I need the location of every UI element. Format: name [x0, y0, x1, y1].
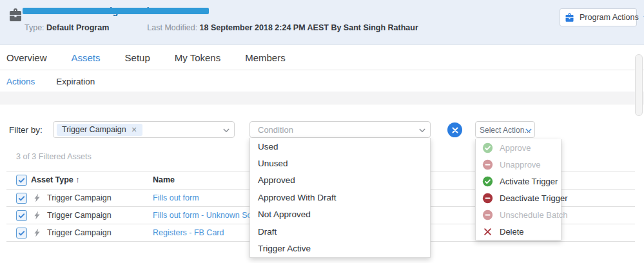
- tab-members[interactable]: Members: [245, 52, 286, 63]
- condition-option-approved-with-draft[interactable]: Approved With Draft: [250, 189, 430, 206]
- filter-tag-label: Trigger Campaign: [62, 125, 126, 134]
- condition-option-trigger-active[interactable]: Trigger Active: [250, 240, 430, 257]
- asset-name-link[interactable]: Fills out form: [153, 193, 199, 202]
- last-modified-label: Last Modified:: [147, 23, 197, 32]
- asset-type-cell: Trigger Campaign: [47, 211, 112, 220]
- asset-type-cell: Trigger Campaign: [47, 193, 112, 202]
- minus-circle-icon: [482, 193, 493, 204]
- program-assets-page: SAE AUS NXT Design LeadGen FY 2018 Type:…: [0, 0, 644, 263]
- minus-circle-icon: [482, 209, 493, 220]
- trigger-bolt-icon: [32, 210, 42, 220]
- program-actions-button[interactable]: Program Actions: [560, 8, 637, 26]
- remove-tag-icon[interactable]: ✕: [132, 126, 137, 134]
- check-icon: [17, 176, 26, 184]
- asset-name-link[interactable]: Registers - FB Card: [153, 228, 224, 237]
- condition-option-not-approved[interactable]: Not Approved: [250, 206, 430, 223]
- secondary-tabs: Actions Expiration: [0, 71, 644, 92]
- check-icon: [17, 194, 26, 202]
- action-option-unschedule-batch: Unschedule Batch: [476, 206, 561, 223]
- minus-circle-icon: [482, 159, 493, 170]
- close-icon: [451, 126, 459, 134]
- briefcase-icon: [564, 12, 575, 23]
- action-option-delete[interactable]: Delete: [476, 223, 561, 240]
- clear-filters-button[interactable]: [447, 122, 462, 137]
- check-circle-icon: [482, 142, 493, 153]
- condition-option-draft[interactable]: Draft: [250, 223, 430, 240]
- vertical-scrollbar-thumb[interactable]: [635, 54, 643, 116]
- primary-tabs: Overview Assets Setup My Tokens Members: [0, 46, 644, 70]
- trigger-bolt-icon: [32, 193, 42, 203]
- program-header: SAE AUS NXT Design LeadGen FY 2018 Type:…: [0, 0, 644, 45]
- sort-ascending-icon: ↑: [75, 175, 79, 184]
- select-action-dropdown[interactable]: Select Action...: [475, 121, 535, 138]
- subtab-expiration[interactable]: Expiration: [56, 77, 95, 86]
- action-option-unapprove: Unapprove: [476, 156, 561, 173]
- program-actions-label: Program Actions: [580, 13, 639, 22]
- subtab-actions[interactable]: Actions: [6, 77, 35, 86]
- action-dropdown-menu: Approve Unapprove Activate Trigger Deact…: [475, 139, 561, 240]
- last-modified-value: 18 September 2018 2:24 PM AEST By Sant S…: [200, 23, 418, 32]
- action-option-activate-trigger[interactable]: Activate Trigger: [476, 173, 561, 190]
- condition-dropdown-menu: Used Unused Approved Approved With Draft…: [249, 138, 431, 258]
- action-option-deactivate-trigger[interactable]: Deactivate Trigger: [476, 190, 561, 206]
- check-icon: [17, 229, 26, 237]
- select-action-placeholder: Select Action...: [480, 126, 531, 135]
- chevron-down-icon: [223, 128, 229, 133]
- tab-setup[interactable]: Setup: [125, 52, 150, 63]
- filtered-assets-count: 3 of 3 Filtered Assets: [16, 152, 92, 161]
- check-icon: [17, 211, 26, 220]
- filter-tag-trigger-campaign: Trigger Campaign ✕: [57, 124, 142, 136]
- row-checkbox[interactable]: [16, 193, 27, 204]
- column-header-name: Name: [153, 175, 175, 184]
- condition-filter-select[interactable]: Condition: [249, 121, 431, 138]
- redaction-bar: [23, 8, 209, 14]
- type-label: Type:: [24, 23, 44, 32]
- trigger-bolt-icon: [32, 228, 42, 238]
- program-title-redacted: SAE AUS NXT Design LeadGen FY 2018: [24, 5, 207, 16]
- condition-option-approved[interactable]: Approved: [250, 172, 430, 189]
- chevron-down-icon: [419, 128, 425, 133]
- check-circle-icon: [482, 176, 493, 187]
- select-all-checkbox[interactable]: [16, 175, 27, 186]
- condition-option-used[interactable]: Used: [250, 138, 430, 155]
- row-checkbox[interactable]: [16, 228, 27, 239]
- column-header-asset-type[interactable]: Asset Type ↑: [31, 175, 80, 184]
- tab-assets[interactable]: Assets: [72, 52, 101, 63]
- chevron-down-icon: [525, 128, 532, 133]
- action-option-approve: Approve: [476, 139, 561, 156]
- tab-overview[interactable]: Overview: [6, 52, 47, 63]
- condition-option-unused[interactable]: Unused: [250, 155, 430, 171]
- tab-my-tokens[interactable]: My Tokens: [175, 52, 220, 63]
- x-mark-icon: [482, 226, 493, 237]
- asset-type-filter-multiselect[interactable]: Trigger Campaign ✕: [53, 121, 235, 138]
- program-briefcase-icon: [7, 7, 24, 23]
- program-meta: Type: Default Program Last Modified: 18 …: [24, 23, 418, 32]
- filter-by-label: Filter by:: [9, 125, 43, 135]
- asset-type-cell: Trigger Campaign: [47, 228, 112, 237]
- row-checkbox[interactable]: [16, 210, 27, 221]
- type-value: Default Program: [46, 23, 109, 32]
- section-divider-band: [0, 92, 644, 104]
- condition-placeholder: Condition: [258, 125, 293, 135]
